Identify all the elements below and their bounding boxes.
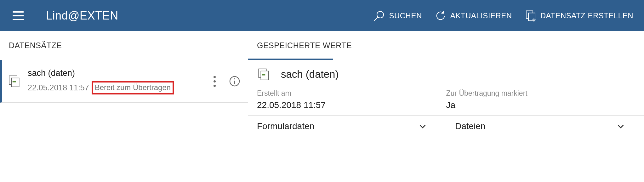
detail-created: Erstellt am 22.05.2018 11:57: [257, 87, 446, 115]
refresh-button[interactable]: AKTUALISIEREN: [434, 9, 512, 22]
record-title: sach (daten): [28, 68, 207, 78]
create-record-icon: [524, 9, 537, 22]
form-icon: [257, 68, 270, 81]
refresh-icon: [434, 9, 447, 22]
section-files-label: Dateien: [455, 121, 486, 131]
detail-pane: GESPEICHERTE WERTE sach (daten) Erstellt…: [248, 31, 644, 182]
marked-label: Zur Übertragung markiert: [446, 89, 635, 98]
info-icon[interactable]: [228, 75, 241, 88]
svg-rect-9: [13, 81, 16, 82]
record-timestamp: 22.05.2018 11:57: [28, 83, 89, 92]
created-label: Erstellt am: [257, 89, 446, 98]
created-value: 22.05.2018 11:57: [257, 100, 446, 110]
records-pane: DATENSÄTZE sach (daten) 22.05.2018 11:57…: [0, 31, 248, 182]
record-body: sach (daten) 22.05.2018 11:57 Bereit zum…: [28, 68, 207, 94]
record-actions: [214, 75, 241, 88]
detail-header: sach (daten): [248, 60, 644, 87]
content-body: DATENSÄTZE sach (daten) 22.05.2018 11:57…: [0, 31, 644, 182]
create-record-button[interactable]: DATENSATZ ERSTELLEN: [524, 9, 633, 22]
chevron-down-icon: [616, 122, 625, 131]
record-list-item[interactable]: sach (daten) 22.05.2018 11:57 Bereit zum…: [0, 60, 248, 103]
active-tab-indicator: [248, 59, 333, 60]
menu-icon[interactable]: [13, 11, 24, 20]
detail-pane-title: GESPEICHERTE WERTE: [248, 31, 644, 60]
search-button[interactable]: SUCHEN: [373, 9, 422, 22]
app-header: Lind@EXTEN SUCHEN AKTUALISIEREN: [0, 0, 644, 31]
app-title: Lind@EXTEN: [46, 9, 118, 22]
svg-point-12: [234, 78, 235, 79]
collapse-row: Formulardaten Dateien: [248, 116, 644, 137]
more-icon[interactable]: [214, 76, 216, 87]
record-meta: 22.05.2018 11:57 Bereit zum Übertragen: [28, 81, 207, 94]
svg-line-1: [374, 17, 378, 20]
form-icon: [8, 75, 21, 88]
records-pane-title: DATENSÄTZE: [0, 31, 248, 60]
detail-marked: Zur Übertragung markiert Ja: [446, 87, 635, 115]
create-record-label: DATENSATZ ERSTELLEN: [540, 11, 633, 20]
refresh-label: AKTUALISIEREN: [450, 11, 512, 20]
section-formdata[interactable]: Formulardaten: [248, 116, 446, 137]
record-status-highlight: Bereit zum Übertragen: [92, 81, 174, 94]
search-icon: [373, 9, 386, 22]
chevron-down-icon: [418, 122, 427, 131]
search-label: SUCHEN: [389, 11, 422, 20]
svg-rect-15: [262, 74, 265, 76]
marked-value: Ja: [446, 100, 635, 110]
section-formdata-label: Formulardaten: [257, 121, 314, 131]
header-actions: SUCHEN AKTUALISIEREN DATENSATZ ERSTELLEN: [373, 9, 633, 22]
section-files[interactable]: Dateien: [446, 116, 644, 137]
detail-grid: Erstellt am 22.05.2018 11:57 Zur Übertra…: [248, 87, 644, 116]
detail-pane-title-text: GESPEICHERTE WERTE: [257, 41, 352, 50]
svg-point-0: [377, 11, 384, 18]
detail-title: sach (daten): [281, 68, 339, 80]
